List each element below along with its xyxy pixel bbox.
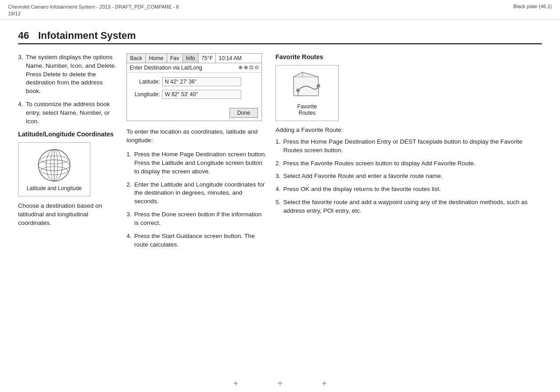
globe-container: Latitude and Longitude — [18, 142, 90, 196]
center-step-4-num: 4. — [126, 232, 131, 249]
dest-bar: Enter Destination via Lat/Long ⊕ ⊗ ⊡ ⊙ — [127, 63, 261, 73]
center-step-3: 3. Press the Done screen button if the i… — [126, 210, 266, 228]
right-step-5-num: 5. — [275, 198, 280, 215]
col-right: Favorite Routes — [275, 53, 542, 220]
footer-marks — [232, 379, 328, 387]
fav-routes-container: FavoriteRoutes — [275, 65, 339, 121]
list-item-4: 4. To customize the address book entry, … — [18, 100, 117, 126]
main-content: 46 Infotainment System 3. The system dis… — [0, 20, 560, 263]
right-step-5-text: Select the favorite route and add a wayp… — [283, 198, 542, 215]
registration-mark-left — [232, 379, 240, 387]
longitude-label: Longitude: — [131, 91, 160, 98]
center-step-2-num: 2. — [126, 181, 131, 206]
latitude-input[interactable]: N 42° 27' 36" — [162, 77, 241, 86]
globe-icon — [36, 147, 72, 183]
latitude-label: Latitude: — [131, 79, 160, 85]
fav-routes-icon — [289, 70, 325, 102]
right-step-4-text: Press OK and the display returns to the … — [283, 185, 441, 194]
center-step-1: 1. Press the Home Page Destination scree… — [126, 150, 266, 176]
adding-text: Adding a Favorite Route: — [275, 126, 542, 133]
nav-topbar: Back Home Fav Info 75°F 10:14 AM — [127, 54, 261, 63]
back-button[interactable]: Back — [127, 54, 146, 63]
right-step-2: 2. Press the Favorite Routes screen butt… — [275, 159, 542, 168]
done-row: Done — [127, 106, 261, 121]
home-button[interactable]: Home — [146, 54, 167, 63]
latitude-row: Latitude: N 42° 27' 36" — [131, 77, 258, 86]
dest-bar-text: Enter Destination via Lat/Long — [130, 65, 202, 71]
col-left: 3. The system displays the options Name,… — [18, 53, 117, 228]
right-step-4-num: 4. — [275, 185, 280, 194]
right-step-3-text: Select Add Favorite Route and enter a fa… — [283, 172, 443, 181]
right-step-5: 5. Select the favorite route and add a w… — [275, 198, 542, 215]
right-step-1-num: 1. — [275, 138, 280, 155]
columns-container: 3. The system displays the options Name,… — [18, 53, 542, 254]
done-button[interactable]: Done — [229, 108, 258, 118]
right-step-3: 3. Select Add Favorite Route and enter a… — [275, 172, 542, 181]
item-3-text: The system displays the options Name, Nu… — [26, 53, 117, 96]
page-number: 46 — [18, 30, 29, 42]
fav-routes-heading: Favorite Routes — [275, 53, 542, 61]
longitude-input[interactable]: W 82° 53' 40" — [162, 90, 241, 99]
info-button[interactable]: Info — [183, 54, 199, 63]
page-title-bar: 46 Infotainment System — [18, 30, 542, 44]
right-step-1-text: Press the Home Page Destination Entry or… — [283, 138, 542, 155]
center-intro-text: To enter the location as coordinates, la… — [126, 127, 266, 145]
item-3-num: 3. — [18, 53, 23, 96]
right-step-2-num: 2. — [275, 159, 280, 168]
center-step-3-text: Press the Done screen button if the info… — [134, 210, 266, 228]
nav-form: Latitude: N 42° 27' 36" Longitude: W 82°… — [127, 73, 261, 106]
dest-icons: ⊕ ⊗ ⊡ ⊙ — [238, 65, 259, 70]
col-center: Back Home Fav Info 75°F 10:14 AM Enter D… — [126, 53, 266, 254]
time-display: 10:14 AM — [216, 54, 244, 63]
center-step-1-num: 1. — [126, 150, 131, 176]
right-step-3-num: 3. — [275, 172, 280, 181]
svg-point-11 — [317, 84, 320, 88]
list-item-3: 3. The system displays the options Name,… — [18, 53, 117, 96]
center-step-4-text: Press the Start Guidance screen button. … — [134, 232, 266, 249]
center-step-2-text: Enter the Latitude and Longitude coordin… — [134, 181, 266, 206]
temperature-display: 75°F — [199, 54, 216, 63]
page-footer — [0, 379, 560, 387]
right-step-1: 1. Press the Home Page Destination Entry… — [275, 138, 542, 155]
registration-mark-center — [276, 379, 284, 387]
fav-routes-label: FavoriteRoutes — [297, 103, 317, 116]
right-step-4: 4. Press OK and the display returns to t… — [275, 185, 542, 194]
center-step-1-text: Press the Home Page Destination screen b… — [134, 150, 266, 176]
fav-button[interactable]: Fav — [167, 54, 183, 63]
center-step-3-num: 3. — [126, 210, 131, 228]
center-step-4: 4. Press the Start Guidance screen butto… — [126, 232, 266, 249]
center-step-2: 2. Enter the Latitude and Longitude coor… — [126, 181, 266, 206]
svg-point-9 — [296, 89, 300, 92]
header-left: Chevrolet Camaro Infotainment System - 2… — [8, 4, 179, 18]
item-4-num: 4. — [18, 100, 23, 126]
registration-mark-right — [320, 379, 328, 387]
longitude-row: Longitude: W 82° 53' 40" — [131, 90, 258, 99]
right-step-2-text: Press the Favorite Routes screen button … — [283, 159, 475, 168]
nav-screen: Back Home Fav Info 75°F 10:14 AM Enter D… — [126, 53, 262, 121]
lat-long-description: Choose a destination based on latitudina… — [18, 202, 117, 228]
lat-long-heading: Latitude/Longitude Coordinates — [18, 131, 117, 138]
page-header: Chevrolet Camaro Infotainment System - 2… — [0, 0, 560, 20]
page-title: Infotainment System — [38, 30, 135, 42]
item-4-text: To customize the address book entry, sel… — [26, 100, 117, 126]
globe-label: Latitude and Longitude — [27, 185, 82, 191]
header-right: Black plate (46,1) — [513, 4, 552, 9]
